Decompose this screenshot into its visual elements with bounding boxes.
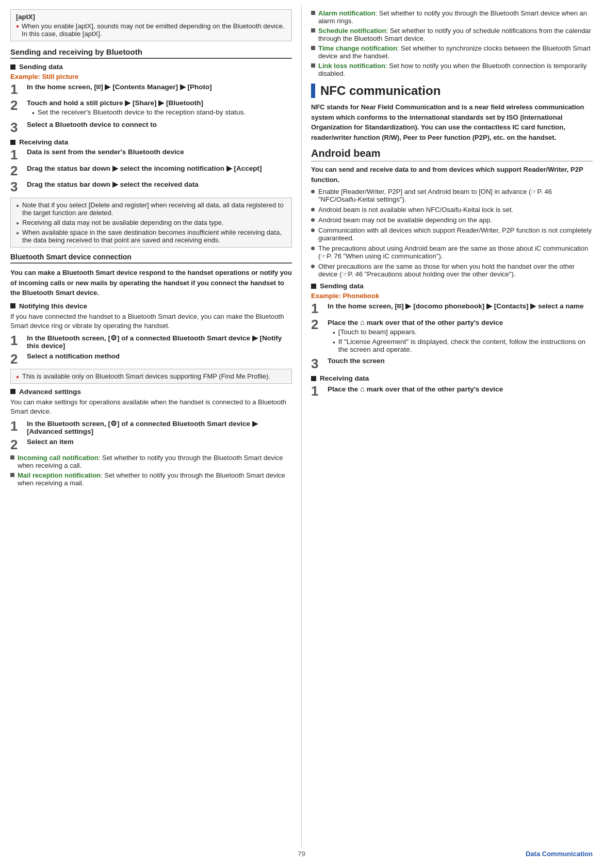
ab-send-step-num-2: 2 xyxy=(311,318,328,331)
small-square-icon-5 xyxy=(311,46,315,50)
notify-step-2-content: Select a notification method xyxy=(27,352,292,360)
notif-alarm-text: Alarm notification: Set whether to notif… xyxy=(318,9,593,25)
black-square-ab-send-icon xyxy=(311,284,316,289)
aptx-bullet-text: When you enable [aptX], sounds may not b… xyxy=(22,22,286,38)
dot-bullet-icon: • xyxy=(32,109,35,117)
step-2-sub-bullet: • Set the receiver's Bluetooth device to… xyxy=(32,108,292,117)
small-square-icon-6 xyxy=(311,63,315,68)
ab-step2-sub2: • If "License Agreement" is displayed, c… xyxy=(333,338,593,353)
nfc-intro-text: NFC stands for Near Field Communication … xyxy=(311,102,593,142)
note-2: ● Receiving all data may not be availabl… xyxy=(16,219,286,226)
small-square-icon-1 xyxy=(10,455,14,460)
notif-mail-text: Mail reception notification: Set whether… xyxy=(18,471,292,487)
notif-incoming-label: Incoming call notification xyxy=(18,454,99,462)
advanced-step-1: 1 In the Bluetooth screen, [⚙] of a conn… xyxy=(10,419,292,435)
notif-time-text: Time change notification: Set whether to… xyxy=(318,44,593,60)
aptx-box: [aptX] ● When you enable [aptX], sounds … xyxy=(10,9,292,41)
notify-step-num-2: 2 xyxy=(10,352,27,366)
receiving-data-label: Receiving data xyxy=(19,138,68,146)
ab-step2-sub1-text: [Touch to beam] appears. xyxy=(338,328,417,336)
black-square-icon xyxy=(10,64,15,70)
ab-sending-label: Sending data xyxy=(320,282,364,290)
ab-step2-sub2-text: If "License Agreement" is displayed, che… xyxy=(338,338,593,353)
ab-send-step-1-content: In the home screen, [⊞] ▶ [docomo phoneb… xyxy=(328,302,593,310)
dot-bullet-ab-1: • xyxy=(333,329,335,337)
recv-step-num-1: 1 xyxy=(10,148,27,161)
note-3: ● When available space in the save desti… xyxy=(16,228,286,244)
notif-incoming: Incoming call notification: Set whether … xyxy=(10,454,292,469)
ab-send-step-num-1: 1 xyxy=(311,302,328,315)
step-num-3: 3 xyxy=(10,121,27,134)
notif-linkloss-text: Link loss notification: Set how to notif… xyxy=(318,62,593,77)
ab-bullet-1-icon xyxy=(311,190,315,193)
note-1-text: Note that if you select [Delete and regi… xyxy=(22,201,286,217)
black-square-recv-icon xyxy=(10,140,15,145)
ab-bullet-5-icon xyxy=(311,247,315,250)
advanced-step-1-content: In the Bluetooth screen, [⚙] of a connec… xyxy=(27,419,292,435)
dot-bullet-ab-2: • xyxy=(333,339,335,347)
ab-bullet-2-icon xyxy=(311,208,315,211)
sending-example-label: Example: Still picture xyxy=(10,73,292,80)
nfc-header-wrapper: NFC communication xyxy=(311,84,593,98)
ab-bullet-6-text: Other precautions are the same as those … xyxy=(318,263,593,278)
notif-mail-label: Mail reception notification xyxy=(18,471,101,479)
advanced-step-num-1: 1 xyxy=(10,419,27,433)
recv-step-3: 3 Drag the status bar down ▶ select the … xyxy=(10,180,292,193)
black-square-advanced-icon xyxy=(10,389,15,394)
advanced-label: Advanced settings xyxy=(19,388,81,396)
black-square-ab-recv-icon xyxy=(311,376,316,381)
ab-bullet-2: Android beam is not available when NFC/O… xyxy=(311,206,593,214)
notif-alarm: Alarm notification: Set whether to notif… xyxy=(311,9,593,25)
note-1: ● Note that if you select [Delete and re… xyxy=(16,201,286,217)
ab-send-step-2-sub: • [Touch to beam] appears. • If "License… xyxy=(333,328,593,353)
ab-send-step-2-content: Place the ⌂ mark over that of the other … xyxy=(328,318,593,354)
notif-mail: Mail reception notification: Set whether… xyxy=(10,471,292,487)
ab-bullet-4: Communication with all devices which sup… xyxy=(311,226,593,242)
recv-step-2: 2 Drag the status bar down ▶ select the … xyxy=(10,164,292,177)
note-dot-3-icon: ● xyxy=(16,230,19,236)
ab-step2-sub1: • [Touch to beam] appears. xyxy=(333,328,593,337)
bluetooth-smart-header: Bluetooth Smart device connection xyxy=(10,253,292,264)
recv-step-3-content: Drag the status bar down ▶ select the re… xyxy=(27,180,292,188)
notifying-label: Notifying this device xyxy=(19,302,87,310)
notifying-desc: If you have connected the handset to a B… xyxy=(10,312,292,331)
advanced-subsection: Advanced settings xyxy=(10,388,292,396)
aptx-bullet-item: ● When you enable [aptX], sounds may not… xyxy=(16,22,286,38)
note-3-text: When available space in the save destina… xyxy=(22,228,286,244)
ab-receiving-subsection: Receiving data xyxy=(311,374,593,382)
fmp-note-box: ● This is available only on Bluetooth Sm… xyxy=(10,369,292,384)
small-square-icon-2 xyxy=(10,473,14,477)
ab-bullet-3: Android beam may not be available depend… xyxy=(311,216,593,224)
notif-time: Time change notification: Set whether to… xyxy=(311,44,593,60)
notify-step-1: 1 In the Bluetooth screen, [⚙] of a conn… xyxy=(10,334,292,350)
ab-bullet-3-text: Android beam may not be available depend… xyxy=(318,216,492,224)
step-1-content: In the home screen, [⊞] ▶ [Contents Mana… xyxy=(27,83,292,91)
notif-linkloss-label: Link loss notification xyxy=(318,62,385,70)
ab-bullet-4-icon xyxy=(311,228,315,232)
red-circle-bullet: ● xyxy=(16,23,19,29)
notifying-subsection: Notifying this device xyxy=(10,302,292,310)
step-2-content: Touch and hold a still picture ▶ [Share]… xyxy=(27,99,292,118)
ab-example-label: Example: Phonebook xyxy=(311,292,593,300)
black-square-notify-icon xyxy=(10,303,15,308)
notify-step-num-1: 1 xyxy=(10,334,27,347)
sending-data-label: Sending data xyxy=(19,63,63,71)
advanced-step-2-content: Select an item xyxy=(27,438,292,446)
advanced-step-num-2: 2 xyxy=(10,438,27,451)
notify-step-2: 2 Select a notification method xyxy=(10,352,292,366)
ab-send-step-num-3: 3 xyxy=(311,357,328,370)
ab-recv-step-1: 1 Place the ⌂ mark over that of the othe… xyxy=(311,384,593,398)
notif-schedule: Schedule notification: Set whether to no… xyxy=(311,27,593,42)
right-column: Alarm notification: Set whether to notif… xyxy=(302,5,603,847)
ab-bullet-3-icon xyxy=(311,218,315,222)
notify-step-1-content: In the Bluetooth screen, [⚙] of a connec… xyxy=(27,334,292,350)
page-footer: 79 Data Communication xyxy=(0,850,603,858)
note-dot-2-icon: ● xyxy=(16,220,19,226)
ab-bullet-5: The precautions about using Android beam… xyxy=(311,244,593,260)
sending-data-subsection: Sending data xyxy=(10,63,292,71)
send-step-2: 2 Touch and hold a still picture ▶ [Shar… xyxy=(10,99,292,118)
recv-step-2-content: Drag the status bar down ▶ select the in… xyxy=(27,164,292,172)
ab-bullet-6: Other precautions are the same as those … xyxy=(311,263,593,278)
fmp-note-text: This is available only on Bluetooth Smar… xyxy=(22,372,270,380)
ab-bullet-2-text: Android beam is not available when NFC/O… xyxy=(318,206,513,214)
